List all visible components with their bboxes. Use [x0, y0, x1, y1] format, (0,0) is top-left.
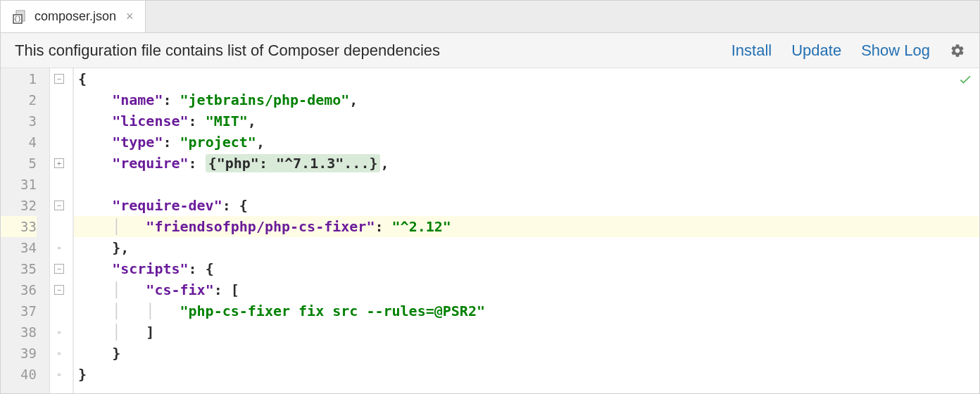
close-tab-button[interactable]: × [123, 9, 137, 24]
line-number: 3 [1, 110, 37, 132]
code-line: │ │ "php-cs-fixer fix src --rules=@PSR2" [74, 300, 979, 322]
fold-collapse-icon[interactable]: − [54, 201, 64, 210]
tab-bar: {} composer.json × [1, 1, 979, 33]
code-line-highlighted: │ "friendsofphp/php-cs-fixer": "^2.12" [74, 216, 979, 237]
fold-end-icon[interactable]: ▫ [54, 369, 64, 379]
svg-text:{}: {} [14, 15, 22, 23]
fold-end-icon[interactable]: ▫ [54, 243, 64, 253]
line-number: 39 [1, 343, 37, 364]
line-number: 5 [1, 153, 37, 174]
line-number: 37 [1, 300, 37, 322]
fold-collapse-icon[interactable]: − [54, 285, 64, 295]
notification-text: This configuration file contains list of… [15, 42, 731, 60]
fold-expand-icon[interactable]: + [54, 158, 64, 168]
code-line: "type": "project", [74, 132, 979, 153]
fold-column: − + − ▫ − − ▫ ▫ ▫ [50, 68, 74, 393]
code-line [74, 174, 979, 195]
line-number-gutter: 1 2 3 4 5 31 32 33 34 35 36 37 38 39 40 [1, 68, 50, 393]
line-number: 33 [1, 216, 37, 237]
show-log-link[interactable]: Show Log [861, 42, 930, 60]
line-number: 38 [1, 322, 37, 343]
fold-collapse-icon[interactable]: − [54, 74, 64, 84]
code-editor[interactable]: 1 2 3 4 5 31 32 33 34 35 36 37 38 39 40 … [1, 68, 979, 393]
code-line: { [74, 68, 979, 89]
code-line: } [74, 364, 979, 385]
notification-actions: Install Update Show Log [731, 42, 965, 60]
code-line: } [74, 343, 979, 364]
composer-notification-bar: This configuration file contains list of… [1, 33, 979, 68]
line-number: 4 [1, 132, 37, 153]
line-number: 36 [1, 279, 37, 300]
fold-collapse-icon[interactable]: − [54, 264, 64, 274]
code-line: }, [74, 237, 979, 258]
editor-tab[interactable]: {} composer.json × [1, 1, 146, 32]
code-line: "scripts": { [74, 258, 979, 279]
line-number: 34 [1, 237, 37, 258]
line-number: 40 [1, 364, 37, 385]
update-link[interactable]: Update [791, 42, 841, 60]
folded-region[interactable]: {"php": "^7.1.3"...} [206, 154, 381, 172]
line-number: 2 [1, 89, 37, 110]
fold-end-icon[interactable]: ▫ [54, 327, 64, 337]
json-file-icon: {} [12, 9, 27, 25]
gear-icon[interactable] [950, 43, 965, 58]
inspection-ok-icon[interactable] [958, 72, 972, 90]
line-number: 32 [1, 195, 37, 216]
code-line: "require": {"php": "^7.1.3"...}, [74, 153, 979, 174]
code-content[interactable]: { "name": "jetbrains/php-demo", "license… [74, 68, 979, 393]
code-line: │ "cs-fix": [ [74, 279, 979, 300]
line-number: 31 [1, 174, 37, 195]
line-number: 35 [1, 258, 37, 279]
install-link[interactable]: Install [731, 42, 772, 60]
code-line: │ ] [74, 322, 979, 343]
line-number: 1 [1, 68, 37, 89]
code-line: "license": "MIT", [74, 110, 979, 132]
code-line: "require-dev": { [74, 195, 979, 216]
fold-end-icon[interactable]: ▫ [54, 348, 64, 358]
tab-filename: composer.json [34, 9, 116, 24]
code-line: "name": "jetbrains/php-demo", [74, 89, 979, 110]
